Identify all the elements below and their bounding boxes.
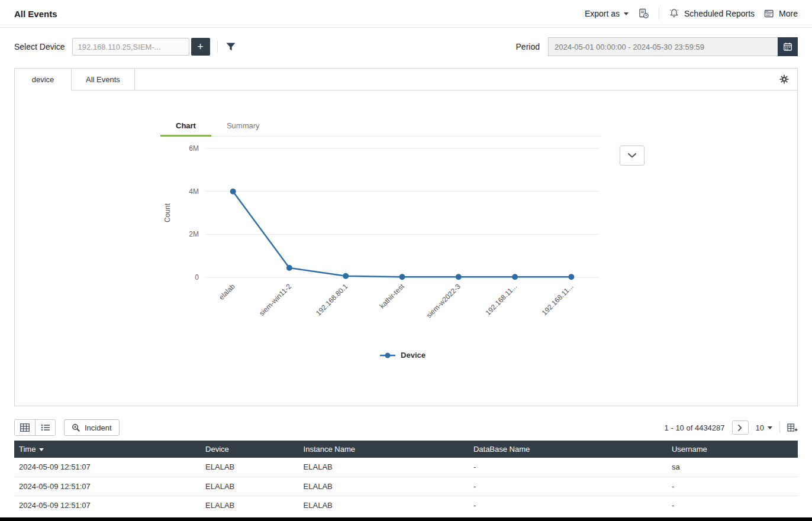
table-row[interactable]: 2024-05-09 12:51:07ELALABELALAB-- [14,477,798,496]
subtab-summary[interactable]: Summary [211,117,275,136]
filter-row: Select Device + Period [0,37,812,56]
chevron-right-icon [738,425,742,431]
column-picker-icon[interactable] [787,423,798,432]
column-header-device[interactable]: Device [201,441,299,458]
table-cell: - [667,496,798,510]
table-cell: - [667,477,798,496]
page-size-value: 10 [756,423,764,432]
table-cell: ELALAB [299,477,469,496]
table-cell: 2024-05-09 12:51:07 [14,477,201,496]
tab-bar: device All Events [15,69,797,90]
add-device-button[interactable]: + [191,38,210,56]
legend-swatch-icon [379,352,396,359]
svg-text:192.168.11...: 192.168.11... [484,282,518,317]
grid-view-button[interactable] [15,420,35,435]
svg-text:0: 0 [195,273,199,281]
table-cell: ELALAB [201,496,299,510]
svg-text:siem-w2022-3: siem-w2022-3 [425,282,462,319]
table-cell: ELALAB [299,458,469,477]
svg-text:2M: 2M [189,230,199,238]
page-size-dropdown[interactable]: 10 [756,423,772,432]
all-events-page: All Events Export as Scheduled Reports [0,0,812,510]
legend-label: Device [401,351,426,360]
table-cell: ELALAB [201,458,299,477]
sort-desc-icon [39,448,44,451]
incident-label: Incident [85,423,112,432]
more-button[interactable]: More [764,9,798,18]
table-cell: - [469,477,667,496]
svg-text:4M: 4M [189,187,199,196]
filter-icon[interactable] [226,43,236,51]
svg-text:6M: 6M [189,144,199,153]
device-input[interactable] [72,38,189,56]
scheduled-reports-button[interactable]: Scheduled Reports [669,8,755,19]
incident-search-icon [72,423,80,432]
svg-text:elalab: elalab [217,282,237,302]
svg-text:192.168.11...: 192.168.11... [540,282,575,317]
svg-text:Count: Count [163,203,172,222]
page-title: All Events [14,9,57,19]
results-toolbar: Incident 1 - 10 of 4434287 10 [14,419,798,436]
chart-area: Chart Summary 6M4M2M0Countelalabsiem-win… [15,90,797,360]
column-header-username[interactable]: Username [667,441,798,458]
table-cell: sa [667,458,798,477]
gear-icon[interactable] [779,75,789,84]
table-header-row: TimeDeviceInstance NameDataBase NameUser… [14,441,798,458]
events-table: TimeDeviceInstance NameDataBase NameUser… [14,441,798,510]
period-label: Period [516,42,540,51]
divider [217,41,218,53]
chevron-down-icon [624,12,629,15]
chart-legend[interactable]: Device [160,351,610,360]
device-count-line-chart: 6M4M2M0Countelalabsiem-win11-2192.168.80… [160,140,610,346]
table-cell: - [469,496,667,510]
table-cell: ELALAB [299,496,469,510]
table-row[interactable]: 2024-05-09 12:51:07ELALABELALAB-sa [14,458,798,477]
calendar-button[interactable] [778,37,798,56]
column-header-time[interactable]: Time [14,441,201,458]
bottom-edge [0,517,812,521]
bell-icon [669,8,679,19]
table-cell: 2024-05-09 12:51:07 [14,458,201,477]
export-as-label: Export as [585,9,620,18]
list-icon [41,423,50,432]
scheduled-reports-label: Scheduled Reports [684,9,755,18]
chart-summary-tabs: Chart Summary [160,117,601,137]
period-input[interactable] [548,37,778,56]
column-header-database-name[interactable]: DataBase Name [469,441,667,458]
report-panel: device All Events Chart Summary 6M4M2M0C… [14,68,798,406]
next-page-button[interactable] [732,420,749,435]
list-view-button[interactable] [35,420,55,435]
tab-all-events[interactable]: All Events [72,69,135,90]
top-bar: All Events Export as Scheduled Reports [0,0,812,28]
subtab-chart[interactable]: Chart [160,117,211,136]
export-as-button[interactable]: Export as [585,9,629,18]
divider [779,422,780,433]
chart-options-dropdown[interactable] [620,145,645,166]
divider [659,8,659,20]
svg-text:192.168.80.1: 192.168.80.1 [314,282,350,318]
calendar-icon [783,42,792,51]
chevron-down-icon [768,426,772,429]
grid-icon [20,423,30,432]
chevron-down-icon [628,153,636,158]
svg-text:kathir-test: kathir-test [378,282,406,310]
select-device-label: Select Device [14,42,65,51]
table-row[interactable]: 2024-05-09 12:51:07ELALABELALAB-- [14,496,798,510]
column-header-instance-name[interactable]: Instance Name [299,441,469,458]
pagination-text: 1 - 10 of 4434287 [665,423,725,432]
report-window-icon [764,9,774,18]
svg-text:siem-win11-2: siem-win11-2 [257,282,293,318]
export-history-icon[interactable] [638,8,649,19]
incident-button[interactable]: Incident [64,419,120,436]
view-toggle [14,419,56,436]
table-cell: ELALAB [201,477,299,496]
table-cell: 2024-05-09 12:51:07 [14,496,201,510]
tab-device[interactable]: device [15,69,72,90]
table-cell: - [469,458,667,477]
more-label: More [779,9,798,18]
